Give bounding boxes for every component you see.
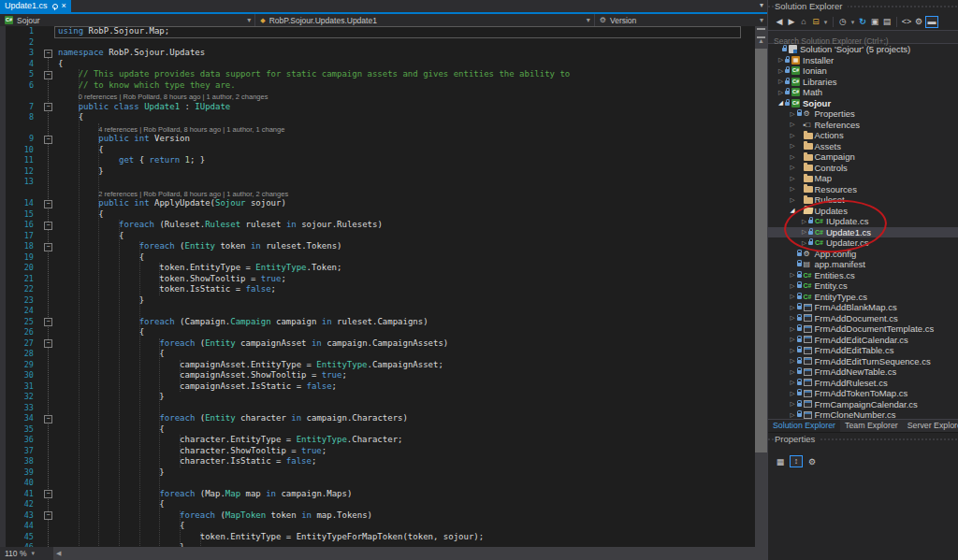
- collapse-arrow-icon[interactable]: ◢: [789, 207, 797, 214]
- preview-toggle-icon[interactable]: ▬: [925, 16, 938, 28]
- expand-arrow-icon[interactable]: ▷: [777, 56, 785, 64]
- tree-item-updater-cs[interactable]: ▷C#Updater.cs: [768, 237, 958, 249]
- tree-item-ionian[interactable]: ▷C#Ionian: [768, 65, 958, 77]
- expand-arrow-icon[interactable]: ▷: [789, 411, 797, 419]
- code-line[interactable]: 43− foreach (MapToken token in map.Token…: [0, 510, 755, 522]
- expand-arrow-icon[interactable]: ▷: [789, 379, 797, 386]
- code-line[interactable]: 41− foreach (Map.Map map in campaign.Map…: [0, 489, 755, 500]
- code-line[interactable]: 21 token.ShowTooltip = true;: [0, 274, 755, 285]
- code-line[interactable]: 6 // to know which type they are.: [0, 80, 755, 92]
- tree-item-entities-cs[interactable]: ▷C#Entities.cs: [768, 270, 958, 281]
- codelens-row[interactable]: 2 references | Rob Pollard, 8 hours ago …: [0, 188, 755, 199]
- expand-arrow-icon[interactable]: ▷: [789, 153, 797, 161]
- vertical-scrollbar[interactable]: ▲: [755, 26, 767, 547]
- zoom-control[interactable]: 110 % ▾: [0, 547, 53, 560]
- collapse-arrow-icon[interactable]: ◢: [777, 99, 785, 107]
- collapse-region-icon[interactable]: −: [44, 200, 52, 208]
- forward-icon[interactable]: ▶: [786, 16, 797, 28]
- view-code-icon[interactable]: <>: [901, 16, 912, 28]
- codelens-row[interactable]: 4 references | Rob Pollard, 8 hours ago …: [0, 123, 755, 135]
- tree-item-frmaddblankmap-cs[interactable]: ▷FrmAddBlankMap.cs: [768, 302, 958, 313]
- collapse-region-icon[interactable]: −: [44, 136, 52, 144]
- tree-item-sojour[interactable]: ◢C#Sojour: [768, 98, 958, 109]
- code-line[interactable]: 14− public int ApplyUpdate(Sojour sojour…: [0, 198, 755, 209]
- expand-arrow-icon[interactable]: ▷: [789, 282, 797, 290]
- expand-arrow-icon[interactable]: ▷: [800, 218, 808, 225]
- tree-item-frmaddeditturnsequence-cs[interactable]: ▷FrmAddEditTurnSequence.cs: [768, 356, 958, 367]
- tree-item-frmadddocument-cs[interactable]: ▷FrmAddDocument.cs: [768, 313, 958, 324]
- expand-arrow-icon[interactable]: ▷: [789, 314, 797, 322]
- expand-arrow-icon[interactable]: ▷: [789, 121, 797, 128]
- tree-item-frmclonenumber-cs[interactable]: ▷FrmCloneNumber.cs: [768, 409, 958, 419]
- code-line[interactable]: 25− foreach (Campaign.Campaign campaign …: [0, 317, 755, 328]
- code-line[interactable]: 17 {: [0, 231, 755, 242]
- code-line[interactable]: 22 token.IsStatic = false;: [0, 284, 755, 295]
- code-line[interactable]: 45 token.EntityType = EntityTypeForMapTo…: [0, 532, 755, 543]
- refresh-icon[interactable]: ↻: [857, 16, 868, 28]
- tree-item-entity-cs[interactable]: ▷C#Entity.cs: [768, 280, 958, 292]
- wrench-icon[interactable]: ⚙: [913, 16, 924, 28]
- code-line[interactable]: 31 campaignAsset.IsStatic = false;: [0, 381, 755, 393]
- scroll-left-icon[interactable]: ◀: [53, 550, 61, 557]
- tree-item-ruleset[interactable]: ▷Ruleset: [768, 194, 958, 206]
- code-line[interactable]: 30 campaignAsset.ShowTooltip = true;: [0, 370, 755, 381]
- collapse-region-icon[interactable]: −: [44, 511, 52, 520]
- expand-arrow-icon[interactable]: ▷: [789, 132, 797, 139]
- tree-item-resources[interactable]: ▷Resources: [768, 184, 958, 195]
- tree-item-frmaddedittable-cs[interactable]: ▷FrmAddEditTable.cs: [768, 345, 958, 356]
- tree-item-entitytype-cs[interactable]: ▷C#EntityType.cs: [768, 292, 958, 303]
- copy-icon[interactable]: ▣: [869, 16, 880, 28]
- expand-arrow-icon[interactable]: ▷: [789, 164, 797, 171]
- tree-item-installer[interactable]: ▷▦Installer: [768, 55, 958, 66]
- collapse-region-icon[interactable]: −: [44, 415, 52, 424]
- code-line[interactable]: 38 character.IsStatic = false;: [0, 456, 755, 467]
- code-line[interactable]: 33: [0, 403, 755, 414]
- expand-arrow-icon[interactable]: ▷: [789, 325, 797, 333]
- code-line[interactable]: 39 }: [0, 467, 755, 479]
- code-line[interactable]: 28 {: [0, 349, 755, 360]
- caret-icon[interactable]: ▾: [849, 16, 856, 28]
- tool-tab-server-explorer[interactable]: Server Explorer: [903, 420, 958, 433]
- tree-item-app-config[interactable]: ⚙App.config: [768, 249, 958, 260]
- horizontal-scrollbar[interactable]: ◀: [53, 547, 767, 560]
- pin-icon[interactable]: [51, 3, 58, 9]
- collapse-region-icon[interactable]: −: [44, 339, 52, 348]
- show-all-files-icon[interactable]: ▤: [881, 16, 893, 28]
- collapse-region-icon[interactable]: −: [44, 103, 52, 111]
- tree-item-iupdate-cs[interactable]: ▷C#IUpdate.cs: [768, 216, 958, 227]
- code-line[interactable]: 26 {: [0, 327, 755, 338]
- code-line[interactable]: 23 }: [0, 295, 755, 307]
- tool-tab-solution-explorer[interactable]: Solution Explorer: [768, 420, 840, 433]
- alphabetical-icon[interactable]: ↕: [790, 455, 803, 467]
- code-line[interactable]: 8 {: [0, 112, 755, 123]
- tree-item-frmadddocumenttemplate-cs[interactable]: ▷FrmAddDocumentTemplate.cs: [768, 323, 958, 335]
- expand-arrow-icon[interactable]: ▷: [789, 336, 797, 343]
- code-line[interactable]: 12 }: [0, 166, 755, 178]
- expand-arrow-icon[interactable]: ▷: [800, 228, 808, 236]
- tree-item-updates[interactable]: ◢Updates: [768, 206, 958, 217]
- code-line[interactable]: 11 get { return 1; }: [0, 155, 755, 166]
- tree-item-frmaddtokentomap-cs[interactable]: ▷FrmAddTokenToMap.cs: [768, 388, 958, 399]
- code-line[interactable]: 7− public class Update1 : IUpdate: [0, 102, 755, 113]
- home-icon[interactable]: ⌂: [798, 16, 809, 28]
- expand-arrow-icon[interactable]: ▷: [777, 67, 785, 75]
- expand-arrow-icon[interactable]: ▷: [789, 175, 797, 182]
- member-dropdown[interactable]: ⚙ Version ▾: [595, 14, 767, 26]
- expand-arrow-icon[interactable]: ▷: [789, 293, 797, 300]
- back-icon[interactable]: ◀: [774, 16, 785, 28]
- collapse-region-icon[interactable]: −: [44, 318, 52, 326]
- tree-item-libraries[interactable]: ▷C#Libraries: [768, 77, 958, 88]
- type-dropdown[interactable]: ◆ RobP.Sojour.Updates.Update1 ▾: [255, 14, 594, 26]
- categorized-icon[interactable]: ▦: [774, 455, 787, 469]
- collapse-region-icon[interactable]: −: [44, 222, 52, 230]
- code-line[interactable]: 44 {: [0, 521, 755, 532]
- code-line[interactable]: 37 character.ShowTooltip = true;: [0, 446, 755, 457]
- code-line[interactable]: 9− public int Version: [0, 134, 755, 145]
- code-line[interactable]: 42 {: [0, 499, 755, 510]
- tree-item-frmaddnewtable-cs[interactable]: ▷FrmAddNewTable.cs: [768, 366, 958, 378]
- code-line[interactable]: 1using RobP.Sojour.Map;: [0, 26, 755, 37]
- tree-item-update1-cs[interactable]: ▷C#Update1.cs: [768, 227, 958, 238]
- code-line[interactable]: 32 }: [0, 392, 755, 403]
- expand-arrow-icon[interactable]: ▷: [789, 400, 797, 408]
- code-line[interactable]: 29 campaignAsset.EntityType = EntityType…: [0, 360, 755, 371]
